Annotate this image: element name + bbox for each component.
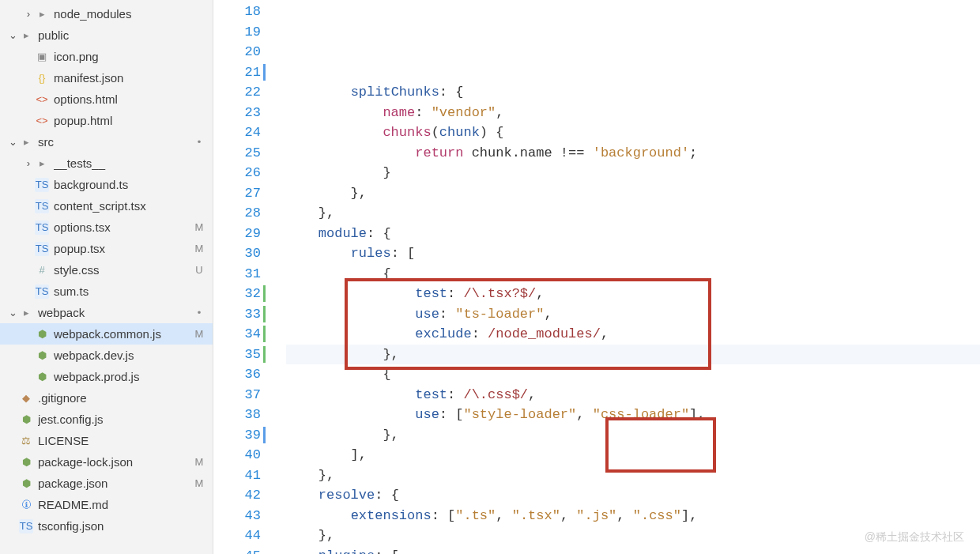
file-style-css[interactable]: #style.cssU — [0, 259, 213, 281]
image-icon: ▣ — [35, 50, 49, 64]
code-line[interactable]: }, — [286, 425, 980, 446]
file-license[interactable]: ⚖LICENSE — [0, 430, 213, 451]
line-number: 42 — [213, 485, 261, 506]
html-icon: <> — [35, 92, 49, 107]
code-line[interactable]: } — [286, 163, 980, 183]
code-line[interactable]: }, — [286, 183, 980, 204]
file-package-json[interactable]: ⬢package.jsonM — [0, 473, 213, 494]
code-line[interactable]: { — [286, 364, 980, 385]
file-sum-ts[interactable]: TSsum.ts — [0, 281, 213, 302]
code-editor[interactable]: 1819202122232425262728293031323334353637… — [213, 0, 980, 554]
file-background-ts[interactable]: TSbackground.ts — [0, 174, 213, 195]
line-number: 35 — [213, 345, 261, 365]
folder-icon: ▸ — [35, 7, 49, 21]
vcs-status: • — [192, 307, 206, 318]
line-number: 26 — [213, 163, 261, 183]
code-area[interactable]: splitChunks: { name: "vendor", chunks(ch… — [267, 0, 980, 554]
code-line[interactable]: use: "ts-loader", — [286, 304, 980, 325]
folder-icon: ▸ — [19, 306, 33, 320]
code-line[interactable]: }, — [286, 526, 980, 546]
code-line[interactable]: module: { — [286, 224, 980, 244]
vcs-status: M — [192, 221, 206, 233]
file-label: background.ts — [54, 178, 192, 191]
code-line[interactable]: exclude: /node_modules/, — [286, 324, 980, 345]
file-manifest-json[interactable]: {}manifest.json — [0, 67, 213, 89]
file-label: webpack.common.js — [54, 327, 192, 341]
file-label: content_script.tsx — [54, 199, 192, 213]
file-content-script-tsx[interactable]: TScontent_script.tsx — [0, 195, 213, 217]
code-line[interactable]: use: ["style-loader", "css-loader"], — [286, 405, 980, 425]
file-webpack-dev-js[interactable]: ⬢webpack.dev.js — [0, 345, 213, 366]
json-icon: {} — [35, 71, 49, 85]
line-number: 38 — [213, 405, 261, 425]
line-number: 39 — [213, 425, 261, 446]
file-label: webpack.dev.js — [54, 349, 192, 362]
file-label: sum.ts — [54, 285, 192, 298]
file-webpack-prod-js[interactable]: ⬢webpack.prod.js — [0, 366, 213, 387]
code-line[interactable]: { — [286, 264, 980, 285]
js-icon: ⬢ — [35, 349, 49, 363]
code-line[interactable]: plugins: [ — [286, 546, 980, 555]
line-number: 20 — [213, 42, 261, 62]
line-number: 43 — [213, 506, 261, 526]
code-line[interactable]: rules: [ — [286, 243, 980, 264]
file-label: manifest.json — [54, 71, 192, 85]
file-label: webpack — [38, 306, 192, 319]
line-number: 40 — [213, 445, 261, 465]
file-options-tsx[interactable]: TSoptions.tsxM — [0, 217, 213, 238]
file-readme-md[interactable]: 🛈README.md — [0, 494, 213, 515]
file-label: package-lock.json — [38, 455, 192, 469]
folder-icon: ▸ — [35, 156, 49, 171]
line-number: 21 — [213, 62, 261, 83]
file-popup-tsx[interactable]: TSpopup.tsxM — [0, 238, 213, 259]
line-number: 18 — [213, 2, 261, 22]
vcs-status: • — [192, 136, 206, 148]
code-line[interactable]: test: /\.tsx?$/, — [286, 284, 980, 304]
line-number: 45 — [213, 546, 261, 555]
file-jest-config-js[interactable]: ⬢jest.config.js — [0, 409, 213, 430]
git-icon: ◆ — [19, 391, 33, 405]
file-label: options.tsx — [54, 220, 192, 234]
file-icon-png[interactable]: ▣icon.png — [0, 46, 213, 67]
line-number: 23 — [213, 103, 261, 123]
code-line[interactable]: }, — [286, 465, 980, 486]
md-icon: 🛈 — [19, 498, 33, 512]
line-number: 24 — [213, 122, 261, 143]
file-label: package.json — [38, 477, 192, 490]
file-label: src — [38, 135, 192, 149]
folder-src[interactable]: ⌄▸src• — [0, 131, 213, 153]
folder-public[interactable]: ⌄▸public — [0, 24, 213, 46]
file-popup-html[interactable]: <>popup.html — [0, 110, 213, 131]
code-line[interactable]: }, — [286, 345, 980, 365]
code-line[interactable]: ], — [286, 445, 980, 465]
vcs-status: M — [192, 243, 206, 254]
file-options-html[interactable]: <>options.html — [0, 89, 213, 110]
folder-icon: ▸ — [19, 28, 33, 43]
folder-node-modules[interactable]: ›▸node_modules — [0, 3, 213, 24]
html-icon: <> — [35, 114, 49, 128]
file--gitignore[interactable]: ◆.gitignore — [0, 387, 213, 409]
line-number: 19 — [213, 22, 261, 43]
code-line[interactable]: extensions: [".ts", ".tsx", ".js", ".css… — [286, 506, 980, 526]
ts-icon: TS — [35, 285, 49, 299]
js-icon: ⬢ — [19, 413, 33, 427]
file-explorer[interactable]: ›▸node_modules⌄▸public▣icon.png{}manifes… — [0, 0, 213, 554]
chevron-icon: ⌄ — [6, 136, 19, 148]
code-line[interactable]: chunks(chunk) { — [286, 122, 980, 143]
vcs-status: M — [192, 328, 206, 340]
file-label: README.md — [38, 498, 192, 511]
code-line[interactable]: name: "vendor", — [286, 103, 980, 123]
code-line[interactable]: return chunk.name !== 'background'; — [286, 143, 980, 164]
file-label: jest.config.js — [38, 413, 192, 426]
code-line[interactable]: splitChunks: { — [286, 82, 980, 103]
line-number: 36 — [213, 364, 261, 385]
file-webpack-common-js[interactable]: ⬢webpack.common.jsM — [0, 323, 213, 345]
file-tsconfig-json[interactable]: TStsconfig.json — [0, 515, 213, 537]
code-line[interactable]: }, — [286, 203, 980, 224]
code-line[interactable]: test: /\.css$/, — [286, 385, 980, 405]
file-label: webpack.prod.js — [54, 370, 192, 383]
folder--tests-[interactable]: ›▸__tests__ — [0, 153, 213, 174]
file-package-lock-json[interactable]: ⬢package-lock.jsonM — [0, 451, 213, 473]
folder-webpack[interactable]: ⌄▸webpack• — [0, 302, 213, 323]
code-line[interactable]: resolve: { — [286, 485, 980, 506]
